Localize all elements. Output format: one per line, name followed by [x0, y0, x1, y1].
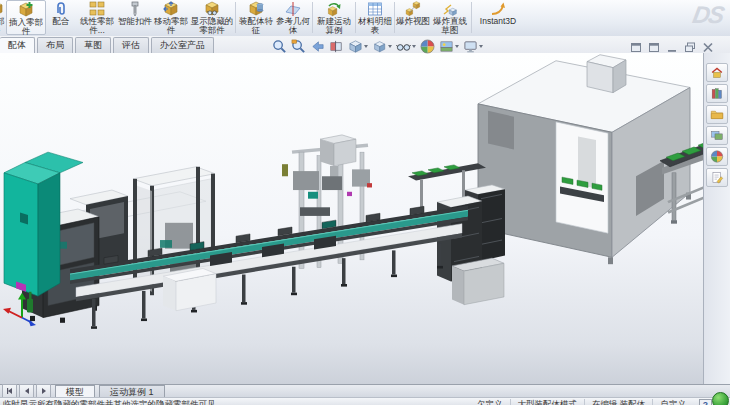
ribbon-button-label: 新建运动算例	[314, 17, 354, 35]
file-explorer-button[interactable]	[706, 105, 728, 124]
dropdown-arrow-icon	[455, 45, 459, 48]
view-orientation-button[interactable]	[347, 39, 369, 54]
restore-icon[interactable]	[683, 42, 696, 53]
move-component-icon	[163, 1, 179, 17]
custom-properties-button[interactable]	[706, 168, 728, 187]
ribbon-button-label: 装配体特征	[237, 17, 275, 35]
section-view-button[interactable]	[328, 39, 345, 54]
document-window-controls	[629, 42, 714, 53]
ribbon-button-label: 参考几何体	[275, 17, 311, 35]
edit-appearance-button[interactable]	[419, 39, 436, 54]
edit-component-icon	[0, 1, 4, 17]
ribbon-separator	[471, 2, 472, 33]
ribbon-button-label: 显示隐藏的零部件	[190, 17, 234, 35]
ribbon-separator	[235, 2, 236, 33]
assembly-3d-scene	[0, 53, 704, 384]
view-settings-button[interactable]	[462, 39, 484, 54]
ribbon-button-label: 爆炸直线草图	[430, 17, 470, 35]
define-status: 欠定义	[470, 399, 510, 405]
ribbon-button-assembly-features[interactable]: 装配体特征	[237, 0, 275, 35]
scroll-tabs-right-button[interactable]	[36, 384, 51, 398]
customize-menu[interactable]: 自定义	[652, 399, 693, 405]
ribbon-button-new-motion-study[interactable]: 新建运动算例	[314, 0, 354, 35]
scroll-tabs-left-button[interactable]	[19, 384, 34, 398]
tab-sketch[interactable]: 草图	[75, 37, 111, 53]
dropdown-arrow-icon	[479, 45, 483, 48]
ribbon-button-label: 移动零部件	[152, 17, 190, 35]
ribbon-button-label: 材料明细表	[357, 17, 393, 35]
editing-assembly-status: 在编辑 装配体	[584, 399, 652, 405]
status-right: 欠定义 大型装配体模式 在编辑 装配体 自定义 ?	[470, 399, 712, 405]
ribbon-button-mate[interactable]: 配合	[46, 0, 76, 35]
ribbon-button-explode-line-sketch[interactable]: 爆炸直线草图	[430, 0, 470, 35]
ribbon-button-label: 智能扣件	[118, 17, 152, 26]
apply-scene-button[interactable]	[438, 39, 460, 54]
reference-geometry-icon	[285, 1, 301, 17]
scroll-tabs-start-button[interactable]	[2, 384, 17, 398]
white-table[interactable]	[163, 268, 216, 310]
ribbon-button-label: 配合	[53, 17, 70, 26]
dropdown-arrow-icon	[388, 45, 392, 48]
ribbon-button-smart-fasteners[interactable]: 智能扣件	[118, 0, 152, 35]
task-pane	[703, 53, 730, 384]
main-conveyor[interactable]	[70, 206, 468, 329]
cascade-windows-button[interactable]	[647, 42, 660, 53]
tab-office-products[interactable]: 办公室产品	[151, 37, 214, 53]
assembly-features-icon	[248, 1, 264, 17]
notification-badge[interactable]	[712, 392, 729, 405]
design-library-button[interactable]	[706, 84, 728, 103]
dropdown-arrow-icon	[412, 45, 416, 48]
bom-table-icon	[367, 1, 383, 17]
ribbon-button-label: 插入零部件	[7, 18, 45, 35]
exploded-view-icon	[405, 1, 421, 17]
ribbon-button-label: Instant3D	[480, 17, 516, 26]
show-hidden-components-icon	[204, 1, 220, 17]
tab-assembly[interactable]: 配体	[0, 37, 35, 53]
display-style-button[interactable]	[371, 39, 393, 54]
smart-fastener-icon	[127, 1, 143, 17]
graphics-viewport[interactable]	[0, 53, 704, 384]
ribbon-button-bill-of-materials[interactable]: 材料明细表	[357, 0, 393, 35]
hide-show-items-button[interactable]	[395, 39, 417, 54]
bottom-tab-strip: 模型 运动算例 1	[0, 384, 730, 398]
solidworks-window: 零部件 插入零部件 配合 线性零部件... 智能扣件	[0, 0, 730, 405]
heads-up-view-toolbar	[271, 39, 484, 54]
dropdown-arrow-icon	[364, 45, 368, 48]
large-assembly-mode-status: 大型装配体模式	[510, 399, 585, 405]
close-icon[interactable]	[701, 42, 714, 53]
tab-layout[interactable]: 布局	[37, 37, 73, 53]
instant3d-icon	[490, 1, 506, 17]
ribbon-button-move-component[interactable]: 移动零部件	[152, 0, 190, 35]
ribbon-separator	[312, 2, 313, 33]
ribbon-button-show-hidden-components[interactable]: 显示隐藏的零部件	[190, 0, 234, 35]
ribbon-button-reference-geometry[interactable]: 参考几何体	[275, 0, 311, 35]
previous-view-button[interactable]	[309, 39, 326, 54]
view-palette-button[interactable]	[706, 126, 728, 145]
zoom-to-fit-button[interactable]	[271, 39, 288, 54]
insert-component-icon	[18, 2, 34, 18]
ribbon-button-insert-components[interactable]: 插入零部件	[6, 0, 46, 35]
help-button[interactable]: ?	[699, 399, 712, 405]
tab-evaluate[interactable]: 评估	[113, 37, 149, 53]
dassault-systemes-logo: DS	[690, 1, 724, 29]
appearances-scenes-button[interactable]	[706, 147, 728, 166]
ribbon-button-instant3d[interactable]: Instant3D	[473, 0, 523, 35]
status-message: 临时显示所有隐藏的零部件并其他选定的隐藏零部件可见	[3, 399, 216, 405]
explode-line-sketch-icon	[442, 1, 458, 17]
ribbon-separator	[355, 2, 356, 33]
motion-study-icon	[326, 1, 342, 17]
large-enclosure-machine[interactable]	[478, 55, 691, 264]
solidworks-resources-button[interactable]	[706, 63, 728, 82]
ribbon-button-exploded-view[interactable]: 爆炸视图	[396, 0, 430, 35]
gray-machine-base[interactable]	[452, 258, 504, 305]
minimize-icon[interactable]	[665, 42, 678, 53]
ribbon-button-linear-pattern[interactable]: 线性零部件...	[76, 0, 118, 35]
status-bar: 临时显示所有隐藏的零部件并其他选定的隐藏零部件可见 欠定义 大型装配体模式 在编…	[0, 397, 730, 405]
mate-icon	[53, 1, 69, 17]
linear-pattern-icon	[89, 1, 105, 17]
ribbon-button-label: 线性零部件...	[76, 17, 118, 35]
zoom-to-area-button[interactable]	[290, 39, 307, 54]
ribbon-button-label: 爆炸视图	[396, 17, 430, 26]
new-window-button[interactable]	[629, 42, 642, 53]
ribbon-separator	[394, 2, 395, 33]
